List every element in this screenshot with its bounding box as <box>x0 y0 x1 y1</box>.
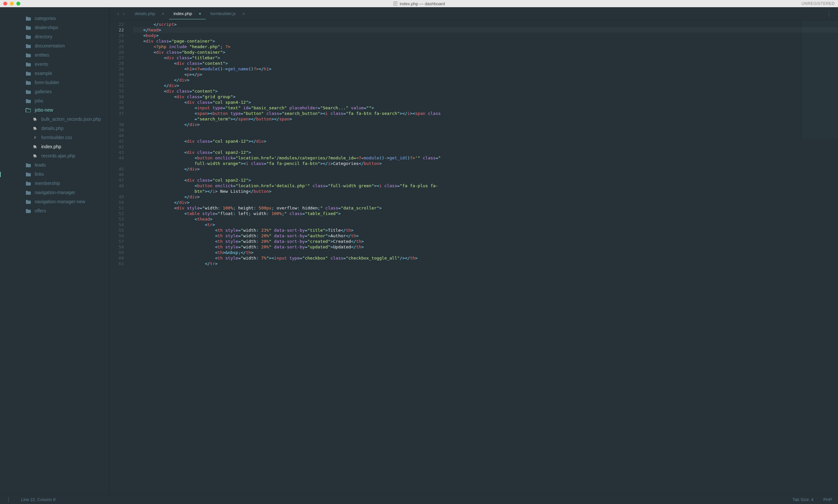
editor-viewport[interactable]: 2122232425262728293031323334353637 38394… <box>109 20 838 495</box>
maximize-window-button[interactable] <box>16 2 20 5</box>
file-icon <box>393 1 398 6</box>
sidebar-folder[interactable]: dealerships <box>0 23 109 32</box>
window-title: index.php — dashboard <box>393 1 445 6</box>
sidebar-item-label: example <box>35 71 52 76</box>
sidebar-folder[interactable]: offers <box>0 206 109 215</box>
code-content[interactable]: </script> </head> <body> <div class="pag… <box>129 20 838 495</box>
console-toggle-icon[interactable]: ⋮ <box>6 497 11 503</box>
php-file-icon: 🐘 <box>33 126 37 130</box>
sidebar-item-label: categories <box>35 16 56 21</box>
statusbar: ⋮ Line 22, Column 8 Tab Size: 4 PHP <box>0 495 838 504</box>
syntax-indicator[interactable]: PHP <box>823 497 832 502</box>
sidebar-item-label: records.ajax.php <box>41 153 75 158</box>
sidebar-folder[interactable]: links <box>0 169 109 179</box>
sidebar-item-label: details.php <box>41 126 64 131</box>
tab-label: index.php <box>174 11 192 16</box>
sidebar-item-label: navigation-manager <box>35 190 75 195</box>
sidebar-folder[interactable]: navigation-manager <box>0 188 109 197</box>
tab-label: formbuilder.js <box>210 11 236 16</box>
close-window-button[interactable] <box>3 2 7 5</box>
sidebar-item-label: events <box>35 61 48 67</box>
unregistered-label: UNREGISTERED <box>802 1 835 6</box>
sidebar-file[interactable]: 🐘bulk_action_records.json.php <box>0 114 109 124</box>
sidebar-folder[interactable]: entities <box>0 50 109 59</box>
active-file-marker <box>0 172 1 177</box>
tab-label: details.php <box>135 11 155 16</box>
sidebar-item-label: membership <box>35 181 60 186</box>
sidebar-item-label: form-builder <box>35 80 59 85</box>
php-file-icon: 🐘 <box>33 117 37 122</box>
sidebar-folder[interactable]: jobs <box>0 96 109 105</box>
tab-bar: ‹ › details.php×index.php×formbuilder.js… <box>109 7 838 20</box>
sidebar-folder[interactable]: jobs-new <box>0 105 109 114</box>
sidebar-item-label: links <box>35 172 44 177</box>
sidebar-file[interactable]: 🐘details.php <box>0 124 109 133</box>
css-file-icon: # <box>33 135 37 140</box>
sidebar-item-label: jobs <box>35 98 43 104</box>
cursor-position[interactable]: Line 22, Column 8 <box>21 497 56 502</box>
sidebar[interactable]: categoriesdealershipsdirectorydocumentat… <box>0 7 109 495</box>
sidebar-file[interactable]: #formbuilder.css <box>0 133 109 142</box>
line-number-gutter: 2122232425262728293031323334353637 38394… <box>109 20 129 495</box>
sidebar-item-label: formbuilder.css <box>41 135 72 140</box>
nav-back-icon[interactable]: ‹ <box>117 11 119 17</box>
php-file-icon: 🐘 <box>33 154 37 158</box>
tab-size-indicator[interactable]: Tab Size: 4 <box>792 497 814 502</box>
sidebar-file[interactable]: 🐘index.php <box>0 142 109 151</box>
sidebar-item-label: navigation-manager-new <box>35 199 85 204</box>
sidebar-folder[interactable]: form-builder <box>0 78 109 87</box>
sidebar-item-label: dealerships <box>35 25 58 30</box>
sidebar-folder[interactable]: navigation-manager-new <box>0 197 109 206</box>
nav-forward-icon[interactable]: › <box>123 11 124 17</box>
sidebar-item-label: leads <box>35 162 46 167</box>
editor-tab[interactable]: formbuilder.js× <box>206 8 250 19</box>
sidebar-folder[interactable]: documentation <box>0 41 109 50</box>
traffic-lights <box>3 2 20 5</box>
sidebar-folder[interactable]: example <box>0 69 109 78</box>
close-tab-icon[interactable]: × <box>199 11 201 16</box>
sidebar-folder[interactable]: leads <box>0 160 109 169</box>
sidebar-folder[interactable]: membership <box>0 179 109 188</box>
php-file-icon: 🐘 <box>33 144 37 149</box>
more-menu-icon[interactable]: ⋮ <box>823 10 835 17</box>
sidebar-item-label: galleries <box>35 89 52 94</box>
sidebar-folder[interactable]: galleries <box>0 87 109 96</box>
sidebar-folder[interactable]: categories <box>0 14 109 23</box>
minimap[interactable] <box>802 20 838 138</box>
window-title-text: index.php — dashboard <box>400 1 445 6</box>
minimize-window-button[interactable] <box>10 2 14 5</box>
sidebar-item-label: index.php <box>41 144 61 149</box>
sidebar-item-label: documentation <box>35 43 65 49</box>
sidebar-folder[interactable]: directory <box>0 32 109 41</box>
sidebar-item-label: bulk_action_records.json.php <box>41 116 101 122</box>
editor-tab[interactable]: details.php× <box>130 8 169 19</box>
sidebar-item-label: jobs-new <box>35 107 53 112</box>
close-tab-icon[interactable]: × <box>162 11 165 16</box>
editor-tab[interactable]: index.php× <box>169 8 206 19</box>
sidebar-item-label: offers <box>35 208 46 213</box>
sidebar-item-label: directory <box>35 34 52 39</box>
close-tab-icon[interactable]: × <box>242 11 245 16</box>
tab-history-nav: ‹ › <box>113 11 130 17</box>
window-titlebar: index.php — dashboard UNREGISTERED <box>0 0 838 7</box>
sidebar-folder[interactable]: events <box>0 59 109 69</box>
sidebar-file[interactable]: 🐘records.ajax.php <box>0 151 109 160</box>
sidebar-item-label: entities <box>35 52 49 58</box>
